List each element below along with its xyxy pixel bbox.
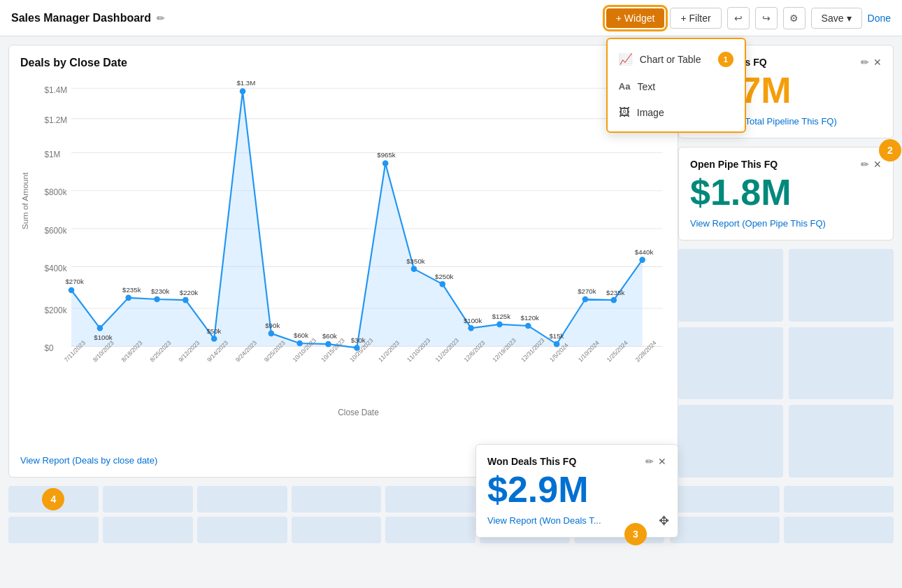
svg-point-41 bbox=[125, 295, 131, 301]
svg-text:$125k: $125k bbox=[492, 313, 510, 320]
svg-text:$100k: $100k bbox=[464, 317, 482, 324]
dropdown-chart-label: Chart or Table bbox=[640, 54, 701, 65]
open-pipe-view-report-link[interactable]: View Report (Open Pipe This FQ) bbox=[690, 218, 882, 229]
dashboard-title: Sales Manager Dashboard bbox=[11, 12, 151, 24]
main-bottom: 4 bbox=[0, 486, 902, 552]
svg-text:$220k: $220k bbox=[180, 288, 198, 296]
svg-text:$90k: $90k bbox=[265, 322, 280, 329]
undo-button[interactable]: ↩ bbox=[727, 7, 750, 29]
right-placeholder-grid bbox=[678, 249, 894, 478]
svg-point-52 bbox=[440, 281, 446, 287]
widget-button[interactable]: + Widget bbox=[606, 8, 665, 28]
svg-point-48 bbox=[325, 341, 331, 347]
svg-text:$60k: $60k bbox=[322, 332, 337, 340]
save-label: Save bbox=[822, 13, 844, 24]
svg-point-46 bbox=[269, 331, 275, 337]
done-button[interactable]: Done bbox=[868, 13, 891, 24]
pipeline-edit-button[interactable]: ✏ bbox=[861, 57, 869, 68]
svg-point-47 bbox=[296, 340, 303, 347]
bp-cell-10 bbox=[197, 517, 287, 543]
app-container: Sales Manager Dashboard ✏ + Widget + Fil… bbox=[0, 0, 902, 552]
svg-point-56 bbox=[554, 341, 560, 347]
rb-cell-2 bbox=[784, 486, 894, 512]
svg-point-59 bbox=[639, 257, 645, 263]
won-card-edit-button[interactable]: ✏ bbox=[645, 456, 654, 467]
placeholder-cell-1 bbox=[678, 249, 783, 322]
svg-text:$0: $0 bbox=[44, 343, 54, 353]
filter-button[interactable]: + Filter bbox=[670, 8, 721, 29]
redo-button[interactable]: ↪ bbox=[755, 7, 778, 29]
dropdown-text-item[interactable]: Aa Text bbox=[608, 74, 745, 99]
placeholder-cell-3 bbox=[678, 327, 783, 400]
badge-2: 2 bbox=[879, 139, 901, 162]
save-button[interactable]: Save ▾ bbox=[811, 8, 862, 29]
dropdown-chart-item[interactable]: 📈 Chart or Table 1 bbox=[608, 45, 745, 74]
svg-text:$230k: $230k bbox=[151, 287, 169, 295]
rb-cell-4 bbox=[784, 517, 894, 543]
svg-text:$1M: $1M bbox=[44, 150, 60, 159]
main-row: Deals by Close Date $1.4M $1.2M $1M $800… bbox=[0, 36, 902, 486]
dropdown-text-label: Text bbox=[637, 81, 655, 92]
svg-text:$250k: $250k bbox=[435, 273, 453, 280]
bp-cell-1: 4 bbox=[8, 486, 99, 512]
placeholder-cell-4 bbox=[789, 327, 894, 400]
placeholder-cell-6 bbox=[789, 405, 894, 478]
svg-text:10/10/2023: 10/10/2023 bbox=[292, 337, 318, 364]
bp-cell-12 bbox=[385, 517, 475, 543]
svg-text:Close Date: Close Date bbox=[338, 408, 379, 417]
chart-title: Deals by Close Date bbox=[20, 57, 666, 69]
svg-point-54 bbox=[496, 322, 503, 328]
bp-cell-4 bbox=[292, 486, 382, 512]
svg-text:$1.3M: $1.3M bbox=[236, 79, 255, 87]
svg-text:$200k: $200k bbox=[44, 306, 66, 315]
header-right: + Widget + Filter ↩ ↪ ⚙ Save ▾ Done 📈 Ch… bbox=[606, 7, 891, 29]
svg-point-57 bbox=[582, 296, 589, 303]
badge-3: 3 bbox=[624, 523, 647, 545]
rb-cell-3 bbox=[670, 517, 780, 543]
svg-point-45 bbox=[240, 88, 246, 94]
edit-title-icon[interactable]: ✏ bbox=[157, 13, 165, 24]
open-pipe-card-actions: ✏ ✕ bbox=[861, 159, 882, 170]
svg-point-43 bbox=[182, 297, 189, 303]
bp-cell-5 bbox=[385, 486, 475, 512]
header-left: Sales Manager Dashboard ✏ bbox=[11, 12, 165, 24]
svg-text:Sum of Amount: Sum of Amount bbox=[20, 172, 30, 229]
open-pipe-close-button[interactable]: ✕ bbox=[873, 159, 882, 170]
svg-marker-17 bbox=[71, 92, 643, 348]
svg-point-55 bbox=[525, 323, 531, 329]
open-pipe-card-header: Open Pipe This FQ ✏ ✕ bbox=[690, 159, 882, 170]
placeholder-cell-5 bbox=[678, 405, 783, 478]
svg-point-50 bbox=[382, 160, 389, 166]
svg-text:$1.2M: $1.2M bbox=[44, 115, 67, 125]
svg-text:$235k: $235k bbox=[606, 288, 624, 296]
settings-button[interactable]: ⚙ bbox=[783, 7, 806, 29]
save-arrow: ▾ bbox=[847, 13, 852, 24]
svg-point-44 bbox=[211, 336, 217, 342]
header: Sales Manager Dashboard ✏ + Widget + Fil… bbox=[0, 0, 902, 36]
svg-text:$440k: $440k bbox=[635, 248, 653, 256]
svg-point-58 bbox=[610, 297, 617, 303]
won-card-value: $2.9M bbox=[487, 470, 666, 510]
open-pipe-edit-button[interactable]: ✏ bbox=[861, 159, 869, 170]
pipeline-close-button[interactable]: ✕ bbox=[873, 57, 882, 68]
won-card-close-button[interactable]: ✕ bbox=[658, 456, 666, 467]
chart-panel: Deals by Close Date $1.4M $1.2M $1M $800… bbox=[8, 45, 678, 478]
chart-area: $1.4M $1.2M $1M $800k $600k $400k $200k … bbox=[20, 78, 666, 450]
svg-text:$965k: $965k bbox=[377, 151, 395, 159]
svg-text:$1.4M: $1.4M bbox=[44, 85, 67, 95]
right-bottom-grid bbox=[670, 486, 894, 543]
svg-point-39 bbox=[69, 287, 75, 294]
svg-text:$350k: $350k bbox=[406, 257, 424, 265]
dropdown-image-item[interactable]: 🖼 Image bbox=[608, 99, 745, 126]
won-card-actions: ✏ ✕ bbox=[645, 456, 666, 467]
bp-cell-3 bbox=[197, 486, 287, 512]
won-card-title: Won Deals This FQ bbox=[487, 456, 576, 467]
svg-text:$600k: $600k bbox=[44, 226, 66, 236]
svg-text:$800k: $800k bbox=[44, 187, 66, 197]
bp-cell-9 bbox=[103, 517, 193, 543]
svg-point-53 bbox=[468, 325, 474, 331]
svg-text:$235k: $235k bbox=[122, 286, 141, 294]
rb-cell-1 bbox=[670, 486, 780, 512]
bp-cell-8 bbox=[8, 517, 99, 543]
open-pipe-value: $1.8M bbox=[690, 173, 882, 213]
